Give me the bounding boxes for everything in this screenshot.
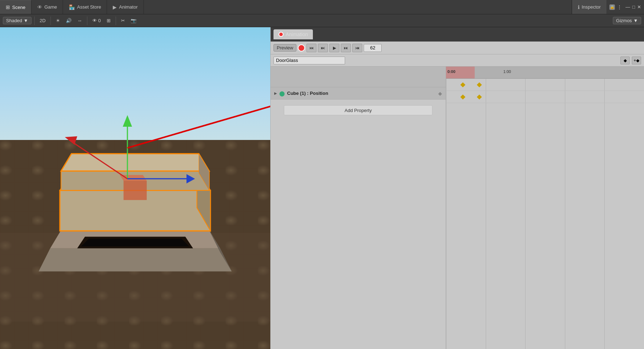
toolbar-transform-btn[interactable]: ↔ [75,17,84,24]
top-tab-bar: ⊞ Scene 👁 Game 🏪 Asset Store ▶ Animator … [0,0,644,14]
prev-frame-button[interactable]: ⏭ [318,44,328,52]
animation-header: Animation [271,27,644,42]
expand-icon[interactable]: ▶ [274,91,277,95]
lock-button[interactable]: 🔒 [609,4,615,10]
vline-20 [486,79,486,349]
tab-animator[interactable]: ▶ Animator [107,0,144,14]
toolbar-eye-count: 0 [98,18,101,23]
time-label-end: 1:00 [503,69,511,74]
svg-marker-1 [39,248,232,272]
property-diamond-icon: ◆ [438,91,442,96]
property-section-title: Cube (1) : Position [287,91,328,96]
gizmos-dropdown[interactable]: Animation Gizmos ▼ [613,17,641,24]
shaded-dropdown[interactable]: Shaded ▼ [3,17,32,24]
scene-view: Enable/disable keyframe recording mode. [0,27,270,349]
keyframe-diamond-btn[interactable]: ◆ [620,57,630,64]
preview-button[interactable]: Preview [273,44,296,52]
gizmos-arrow-icon: ▼ [633,18,638,23]
svg-rect-13 [124,181,147,200]
keyframe-rows [446,79,644,349]
animation-tab-label: Animation [286,31,308,37]
vline-80 [604,79,605,349]
next-frame-button[interactable]: ⏮ [341,44,351,52]
property-header-row: ▶ ⬤ Cube (1) : Position ◆ [271,87,446,100]
tab-scene[interactable]: ⊞ Scene [0,0,32,14]
toolbar-separator-3 [87,16,87,25]
keyframe-row-1 [446,79,644,91]
tab-game[interactable]: 👁 Game [32,0,63,14]
toolbar-grid-btn[interactable]: ⊞ [105,17,113,24]
toolbar-separator-4 [116,16,116,25]
preview-label: Preview [277,45,293,50]
tab-scene-label: Scene [12,5,25,10]
clip-name-input[interactable] [273,57,345,64]
toolbar-eye-btn[interactable]: 👁 0 [90,17,103,24]
minimize-button[interactable]: — [625,4,630,10]
add-keyframe-btn[interactable]: +◆ [632,57,641,64]
go-to-end-button[interactable]: ⏭ [352,44,362,52]
shaded-label: Shaded [6,18,22,23]
scene-objects-svg [0,43,270,349]
keyframe-diamond-2a [460,94,465,99]
tab-animator-label: Animator [119,4,137,10]
animator-icon: ▶ [113,4,117,10]
toolbar-separator-1 [34,16,35,25]
toolbar-2d-btn[interactable]: 2D [38,17,48,24]
frame-number-input[interactable] [364,44,382,52]
tab-asset-store[interactable]: 🏪 Asset Store [63,0,107,14]
asset-store-icon: 🏪 [69,4,75,10]
toolbar-separator-2 [50,16,51,25]
tab-inspector[interactable]: ℹ Inspector [572,0,606,14]
timeline-panel: 0:00 1:00 [446,67,644,349]
keyframe-diamond-1a [460,82,465,87]
svg-marker-5 [81,239,189,247]
window-controls: 🔒 ⋮ — □ ✕ [606,0,644,14]
time-label-start: 0:00 [447,69,455,74]
property-list-panel: ▶ ⬤ Cube (1) : Position ◆ Add Property [271,67,446,349]
go-to-start-button[interactable]: ⏮ [306,44,316,52]
record-button[interactable] [298,44,305,52]
inspector-icon: ℹ [578,4,580,10]
tab-asset-store-label: Asset Store [77,4,101,10]
shaded-arrow-icon: ▼ [24,18,28,23]
clip-icons: ◆ +◆ [620,57,641,64]
keyframe-diamond-1b [477,82,482,87]
recording-indicator [279,32,284,37]
properties-area: ▶ ⬤ Cube (1) : Position ◆ Add Property [271,67,644,349]
more-options-button[interactable]: ⋮ [617,4,622,10]
property-empty-area [271,121,446,349]
toolbar-audio-btn[interactable]: 🔊 [64,17,74,24]
svg-line-21 [127,100,270,148]
toolbar-light-btn[interactable]: ☀ [54,17,62,24]
svg-marker-11 [61,154,209,171]
component-icon: ⬤ [279,91,285,96]
keyframe-diamond-2b [477,94,482,99]
animation-panel: Animation Preview ⏮ ⏭ ▶ ⏮ ⏭ ◆ +◆ [270,27,644,349]
timeline-vlines [446,79,644,349]
scene-canvas: Enable/disable keyframe recording mode. [0,27,270,349]
playback-bar: Preview ⏮ ⏭ ▶ ⏮ ⏭ [271,42,644,54]
play-button[interactable]: ▶ [329,44,339,52]
add-property-label: Add Property [345,108,372,113]
add-property-button[interactable]: Add Property [284,105,433,115]
tab-game-label: Game [44,4,57,10]
keyframe-row-2 [446,91,644,103]
tab-inspector-label: Inspector [582,4,601,10]
maximize-button[interactable]: □ [632,4,635,10]
toolbar-scissors-btn[interactable]: ✂ [119,17,127,24]
scene-icon: ⊞ [6,4,10,10]
toolbar-camera-btn[interactable]: 📷 [129,17,139,24]
vline-60 [565,79,565,349]
clip-row: ◆ +◆ [271,54,644,67]
svg-marker-16 [123,115,132,126]
gizmos-text: Gizmos [616,18,632,23]
close-button[interactable]: ✕ [637,4,641,10]
vline-0 [446,79,446,349]
vline-40 [525,79,526,349]
scene-toolbar: Shaded ▼ 2D ☀ 🔊 ↔ 👁 0 ⊞ ✂ 📷 Animation Gi… [0,14,644,27]
timeline-ruler-header: 0:00 1:00 [446,67,644,79]
animation-tab[interactable]: Animation [273,29,313,39]
game-icon: 👁 [37,4,42,10]
main-content: Enable/disable keyframe recording mode. … [0,27,644,349]
